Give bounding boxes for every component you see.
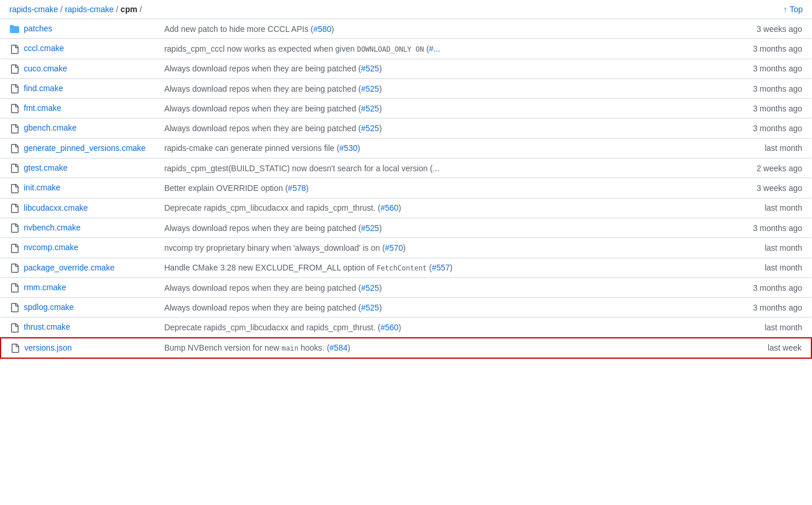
file-icon: [10, 124, 19, 134]
commit-link[interactable]: #570: [385, 243, 403, 252]
file-name-link[interactable]: gtest.cmake: [24, 163, 67, 172]
file-name-cell: gbench.cmake: [1, 118, 155, 138]
commit-message-cell: Better explain OVERRIDE option (#578): [155, 178, 736, 198]
table-row: fmt.cmakeAlways download repos when they…: [1, 99, 811, 118]
commit-link[interactable]: #584: [329, 343, 347, 352]
table-row: patchesAdd new patch to hide more CCCL A…: [1, 19, 811, 39]
file-name-link[interactable]: rmm.cmake: [24, 283, 66, 292]
file-name-cell: init.cmake: [1, 178, 155, 198]
file-name-cell: package_override.cmake: [1, 258, 155, 277]
file-name-cell: libcudacxx.cmake: [1, 198, 155, 218]
breadcrumb-sep-1: /: [60, 5, 63, 14]
commit-date: 3 months ago: [736, 218, 811, 237]
table-row: init.cmakeBetter explain OVERRIDE option…: [1, 178, 811, 198]
file-icon: [10, 64, 19, 74]
commit-message: Always download repos when they are bein…: [164, 223, 382, 233]
table-row: cccl.cmakerapids_cpm_cccl now works as e…: [1, 39, 811, 59]
file-icon: [10, 184, 19, 193]
file-name-link[interactable]: package_override.cmake: [24, 263, 114, 272]
commit-message: Better explain OVERRIDE option (#578): [164, 183, 309, 193]
commit-date: 3 months ago: [736, 59, 811, 78]
file-name-link[interactable]: patches: [24, 24, 52, 33]
commit-message-cell: Always download repos when they are bein…: [155, 99, 736, 118]
commit-message-cell: Deprecate rapids_cpm_libcudacxx and rapi…: [155, 318, 736, 338]
commit-link[interactable]: #530: [339, 143, 357, 153]
commit-message: nvcomp try proprietary binary when 'alwa…: [164, 243, 405, 252]
file-icon: [10, 264, 19, 273]
arrow-up-icon: ↑: [783, 5, 787, 14]
commit-date: last month: [736, 138, 811, 158]
commit-message: Deprecate rapids_cpm_libcudacxx and rapi…: [164, 203, 401, 212]
commit-message-cell: Bump NVBench version for new main hooks.…: [155, 338, 736, 358]
breadcrumb-link-rapids-cmake-1[interactable]: rapids-cmake: [9, 5, 58, 14]
commit-link[interactable]: #578: [288, 183, 306, 193]
commit-date: 3 months ago: [736, 99, 811, 118]
file-icon: [10, 164, 19, 173]
file-name-link[interactable]: gbench.cmake: [24, 123, 77, 132]
top-link[interactable]: ↑ Top: [783, 5, 803, 14]
file-name-cell: generate_pinned_versions.cmake: [1, 138, 155, 158]
commit-message-cell: Always download repos when they are bein…: [155, 298, 736, 318]
commit-message: Deprecate rapids_cpm_libcudacxx and rapi…: [164, 323, 401, 332]
commit-message: Always download repos when they are bein…: [164, 84, 382, 93]
commit-date: last month: [736, 318, 811, 338]
table-row: spdlog.cmakeAlways download repos when t…: [1, 298, 811, 318]
file-name-link[interactable]: libcudacxx.cmake: [24, 203, 88, 212]
commit-link[interactable]: #525: [361, 303, 379, 312]
file-name-link[interactable]: find.cmake: [24, 84, 63, 93]
file-name-cell: versions.json: [1, 338, 155, 358]
commit-link[interactable]: #525: [361, 84, 379, 93]
file-name-link[interactable]: generate_pinned_versions.cmake: [24, 143, 146, 153]
table-row: gbench.cmakeAlways download repos when t…: [1, 118, 811, 138]
file-name-cell: nvbench.cmake: [1, 218, 155, 237]
file-name-link[interactable]: fmt.cmake: [24, 103, 61, 113]
file-name-link[interactable]: thrust.cmake: [24, 322, 70, 331]
commit-message-cell: Always download repos when they are bein…: [155, 218, 736, 237]
commit-message-cell: Always download repos when they are bein…: [155, 118, 736, 138]
commit-message: Always download repos when they are bein…: [164, 283, 382, 293]
file-icon: [10, 84, 19, 93]
table-row: generate_pinned_versions.cmakerapids-cma…: [1, 138, 811, 158]
commit-link[interactable]: #525: [361, 223, 379, 233]
file-name-link[interactable]: init.cmake: [24, 183, 60, 192]
commit-message: Add new patch to hide more CCCL APIs (#5…: [164, 24, 334, 34]
commit-link[interactable]: #525: [361, 64, 379, 73]
table-row: rmm.cmakeAlways download repos when they…: [1, 277, 811, 297]
file-name-link[interactable]: nvcomp.cmake: [24, 243, 78, 252]
file-icon: [10, 204, 19, 213]
commit-message-cell: rapids-cmake can generate pinned version…: [155, 138, 736, 158]
file-name-cell: patches: [1, 19, 155, 39]
file-icon: [10, 244, 19, 253]
commit-message-cell: Always download repos when they are bein…: [155, 78, 736, 98]
commit-link[interactable]: #525: [361, 283, 379, 293]
commit-message-cell: rapids_cpm_gtest(BUILD_STATIC) now doesn…: [155, 158, 736, 178]
file-name-link[interactable]: cccl.cmake: [24, 44, 64, 53]
file-icon: [10, 283, 19, 293]
commit-date: last month: [736, 198, 811, 218]
commit-link[interactable]: #525: [361, 124, 379, 133]
commit-link[interactable]: #560: [380, 203, 398, 212]
commit-message: rapids-cmake can generate pinned version…: [164, 143, 360, 153]
commit-date: 3 weeks ago: [736, 19, 811, 39]
commit-message: Bump NVBench version for new main hooks.…: [164, 343, 350, 352]
file-name-link[interactable]: cuco.cmake: [24, 64, 67, 73]
commit-message-cell: Handle CMake 3.28 new EXCLUDE_FROM_ALL o…: [155, 258, 736, 277]
file-icon: [10, 303, 19, 312]
file-name-link[interactable]: spdlog.cmake: [24, 302, 74, 312]
file-name-link[interactable]: versions.json: [24, 343, 72, 352]
commit-link[interactable]: #580: [313, 24, 331, 34]
file-name-cell: gtest.cmake: [1, 158, 155, 178]
file-icon: [10, 45, 19, 54]
file-name-link[interactable]: nvbench.cmake: [24, 223, 81, 232]
commit-link[interactable]: #525: [361, 104, 379, 113]
commit-message: Always download repos when they are bein…: [164, 104, 382, 113]
file-name-cell: thrust.cmake: [1, 318, 155, 338]
file-name-cell: cuco.cmake: [1, 59, 155, 78]
breadcrumb: rapids-cmake / rapids-cmake / cpm /: [9, 5, 142, 14]
commit-link[interactable]: #...: [429, 44, 440, 53]
commit-date: 2 weeks ago: [736, 158, 811, 178]
commit-link[interactable]: #560: [380, 323, 398, 332]
breadcrumb-link-rapids-cmake-2[interactable]: rapids-cmake: [65, 5, 114, 14]
commit-date: last month: [736, 258, 811, 277]
commit-link[interactable]: #557: [432, 263, 449, 272]
